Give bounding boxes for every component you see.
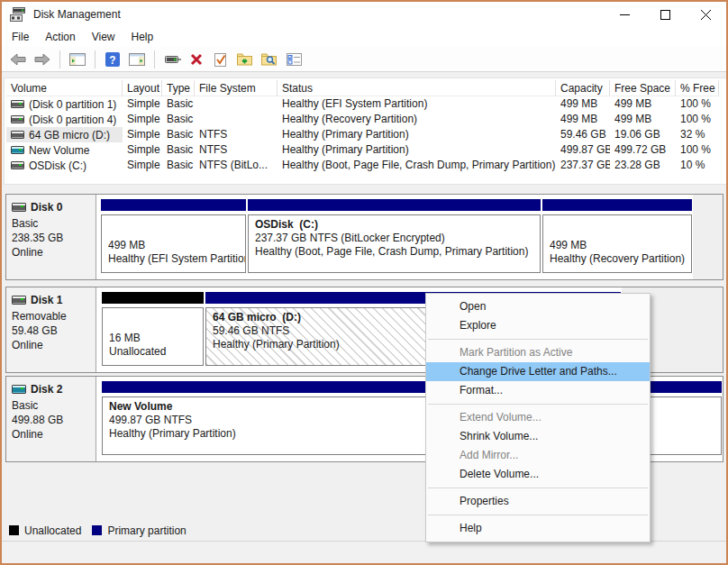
partition-osdisk-c[interactable]: OSDisk (C:) 237.37 GB NTFS (BitLocker En… [248,195,541,279]
disk-size: 499.88 GB [12,413,90,427]
volume-layout: Simple [123,112,162,127]
back-icon[interactable] [9,50,27,68]
menu-item-properties[interactable]: Properties [426,492,650,511]
volume-pct-free: 100 % [676,142,719,158]
menu-separator [428,404,648,405]
volume-free-space: 499 MB [610,96,676,112]
toolbar: ? [2,47,726,72]
partition-name: OSDisk (C:) [249,218,540,232]
column-header-type[interactable]: Type [162,80,195,96]
volume-name: (Disk 0 partition 1) [29,98,116,111]
volume-name: OSDisk (C:) [29,159,86,172]
volume-fs: NTFS (BitLo... [195,158,278,173]
menu-view[interactable]: View [84,28,123,46]
partition-size: 237.37 GB NTFS (BitLocker Encrypted) [249,232,540,245]
menu-item-shrink-volume[interactable]: Shrink Volume... [426,427,650,446]
menu-item-help[interactable]: Help [426,519,650,538]
column-header-pct-free[interactable]: % Free [676,80,719,96]
volume-row[interactable]: (Disk 0 partition 1) Simple Basic Health… [6,96,719,112]
close-button[interactable] [686,2,726,27]
menu-action[interactable]: Action [37,28,83,46]
open-folder-icon[interactable] [236,50,254,68]
partition-efi-system[interactable]: 499 MB Healthy (EFI System Partition) [101,195,246,279]
menu-help[interactable]: Help [123,28,162,46]
column-header-volume[interactable]: Volume [6,80,123,96]
volume-free-space: 23.28 GB [610,158,676,173]
menu-item-open[interactable]: Open [426,297,650,316]
disk-row-filler [693,195,723,279]
partition-unallocated[interactable]: 16 MB Unallocated [102,287,204,372]
volume-row[interactable]: (Disk 0 partition 4) Simple Basic Health… [6,112,719,127]
menu-separator [428,515,648,515]
menu-item-mark-partition-active: Mark Partition as Active [426,343,650,362]
forward-icon[interactable] [33,50,51,68]
show-action-pane-icon[interactable] [128,50,146,68]
disk-icon [12,385,26,394]
volume-status: Healthy (Boot, Page File, Crash Dump, Pr… [278,158,556,173]
legend-swatch-unallocated [9,525,19,535]
partition-recovery[interactable]: 499 MB Healthy (Recovery Partition) [542,195,692,279]
volume-list-pane: Volume Layout Type File System Status Ca… [4,77,727,185]
volume-pct-free: 100 % [676,112,719,127]
partition-size: 499 MB [543,239,691,252]
volume-name: (Disk 0 partition 4) [29,114,116,126]
disk-device-icon[interactable] [163,50,181,68]
volume-type: Basic [162,127,195,142]
mark-active-check-icon[interactable] [212,50,230,68]
disk-icon [12,296,26,305]
legend-label-primary-partition: Primary partition [107,524,186,537]
volume-status: Healthy (EFI System Partition) [278,96,556,112]
disk-0-header[interactable]: Disk 0 Basic 238.35 GB Online [6,195,96,279]
volume-free-space: 499.72 GB [610,142,676,158]
column-header-free-space[interactable]: Free Space [610,80,676,96]
menu-item-extend-volume: Extend Volume... [426,408,650,427]
partition-status: Healthy (Recovery Partition) [543,252,691,266]
menu-item-format[interactable]: Format... [426,381,650,400]
menu-item-delete-volume[interactable]: Delete Volume... [426,465,650,484]
volume-free-space: 19.06 GB [610,127,676,142]
partition-context-menu: Open Explore Mark Partition as Active Ch… [425,293,651,542]
menu-item-change-drive-letter-and-paths[interactable]: Change Drive Letter and Paths... [426,362,650,381]
menu-item-explore[interactable]: Explore [426,316,650,335]
column-header-layout[interactable]: Layout [123,80,162,96]
volume-fs: NTFS [195,142,278,158]
volume-drive-icon [11,115,24,123]
volume-row[interactable]: New Volume Simple Basic NTFS Healthy (Pr… [6,142,719,158]
volume-type: Basic [162,142,195,158]
volume-capacity: 499 MB [556,112,610,127]
disk-status: Online [12,427,90,442]
volume-capacity: 237.37 GB [556,158,610,173]
disk-2-header[interactable]: Disk 2 Basic 499.88 GB Online [6,377,96,461]
legend-label-unallocated: Unallocated [24,524,81,537]
volume-pct-free: 100 % [676,96,719,112]
partition-color-bar [101,199,246,211]
column-header-status[interactable]: Status [278,80,556,96]
explore-folder-icon[interactable] [260,50,278,68]
column-header-capacity[interactable]: Capacity [556,80,610,96]
partition-color-bar [102,292,204,304]
help-icon[interactable]: ? [104,50,122,68]
delete-volume-icon[interactable] [187,50,205,68]
volume-row[interactable]: OSDisk (C:) Simple Basic NTFS (BitLo... … [6,158,719,173]
disk-size: 59.48 GB [12,324,90,338]
legend-swatch-primary-partition [92,525,102,535]
volume-layout: Simple [123,142,162,158]
disk-1-header[interactable]: Disk 1 Removable 59.48 GB Online [6,287,96,372]
column-header-file-system[interactable]: File System [195,80,278,96]
disk-type: Removable [12,309,90,324]
volume-row-selected[interactable]: 64 GB micro (D:) Simple Basic NTFS Healt… [6,127,719,142]
svg-text:?: ? [109,53,115,66]
volume-type: Basic [162,96,195,112]
disk-type: Basic [12,398,90,413]
menu-file[interactable]: File [4,28,37,46]
volume-capacity: 499.87 GB [556,142,610,158]
volume-fs [195,112,278,127]
disk-type: Basic [12,216,90,231]
minimize-button[interactable] [605,2,645,27]
volume-drive-icon [11,131,24,139]
partition-size: 16 MB [103,332,203,345]
volume-name: 64 GB micro (D:) [29,129,110,141]
show-console-tree-icon[interactable] [68,50,86,68]
properties-list-icon[interactable] [285,50,303,68]
maximize-button[interactable] [645,2,686,27]
